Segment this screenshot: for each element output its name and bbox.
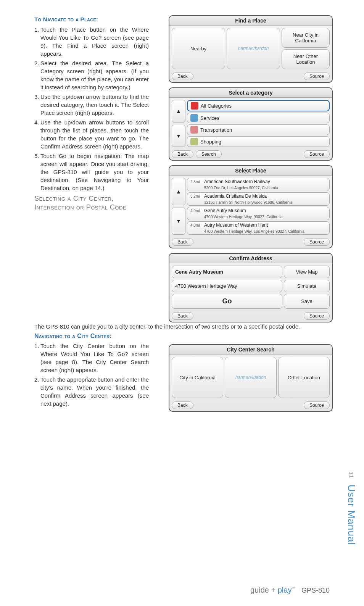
place-item[interactable]: 4.0miGene Autry Museum4700 Western Herit… [187,207,330,220]
screen-city-center-search: City Center Search City in California ha… [169,344,333,412]
category-item[interactable]: Services [187,113,330,123]
confirm-address: 4700 Western Heritage Way [172,280,282,292]
screen-find-a-place: Find a Place Nearby harman/kardon Near C… [169,15,333,83]
screen-title: City Center Search [169,345,332,355]
category-item[interactable]: Transportation [187,124,330,135]
place-address: 4700 Western Heritage Way, 90027, Califo… [190,215,282,219]
step-item: Touch the Place button on the Where Woul… [34,26,149,58]
subheading: Selecting a City Center, Intersection or… [34,194,149,212]
place-distance: 3.2mi [190,194,202,198]
back-button[interactable]: Back [172,312,193,320]
step-item: Touch the City Center button on the Wher… [34,342,149,374]
heading-city-center: Navigating to a City Center: [34,333,149,340]
place-name: Autry Museum of Western Herit [204,222,268,228]
arrow-up-button[interactable]: ▲ [172,100,185,122]
save-button[interactable]: Save [284,294,330,309]
category-label: All Categories [201,103,232,109]
page-number: 11 [348,472,354,479]
place-item[interactable]: 2.5miAmerican Southwestern Railway5200 Z… [187,178,330,191]
back-button[interactable]: Back [172,401,193,409]
place-distance: 2.5mi [190,180,202,184]
category-label: Transportation [200,127,232,133]
place-address: 5200 Zoo Dr, Los Angeles 90027, Californ… [190,186,278,190]
place-address: 4700 Western Heritage Way, Los Angeles 9… [190,229,304,234]
step-item: Use the up/down arrow buttons to scroll … [34,118,149,150]
screen-title: Select Place [169,166,332,176]
category-icon [191,102,198,110]
near-city-button[interactable]: Near City in California [282,28,330,48]
back-button[interactable]: Back [172,238,193,246]
place-item[interactable]: 3.2miAcademia Cristiana De Musica12156 H… [187,192,330,206]
arrow-down-button[interactable]: ▼ [172,208,185,235]
place-item[interactable]: 4.0miAutry Museum of Western Herit4700 W… [187,221,330,235]
screen-select-place: Select Place ▲ ▼ 2.5miAmerican Southwest… [169,165,333,248]
category-item[interactable]: Shopping [187,136,330,147]
view-map-button[interactable]: View Map [284,266,330,278]
back-button[interactable]: Back [172,150,193,158]
step-item: Use the up/down arrow buttons to find th… [34,93,149,117]
place-distance: 4.0mi [190,209,202,213]
source-button[interactable]: Source [304,150,330,158]
place-distance: 4.0mi [190,223,202,227]
confirm-name: Gene Autry Museum [172,266,282,278]
near-other-button[interactable]: Near Other Location [282,49,330,69]
step-item: Touch the appropriate button and enter t… [34,376,149,408]
search-button[interactable]: Search [196,150,222,158]
side-tab-label: User Manual [346,485,357,545]
screen-title: Select a category [169,88,332,98]
city-in-california-button[interactable]: City in California [172,357,223,398]
category-icon [190,126,198,134]
sub-body-text: The GPS-810 can guide you to a city cent… [34,322,332,330]
place-name: American Southwestern Railway [204,179,270,184]
screen-title: Find a Place [169,16,332,26]
screen-select-category: Select a category ▲ ▼ All CategoriesServ… [169,87,333,161]
source-button[interactable]: Source [304,73,330,80]
category-icon [190,114,198,122]
simulate-button[interactable]: Simulate [284,280,330,292]
screen-confirm-address: Confirm Address Gene Autry Museum View M… [169,253,333,322]
back-button[interactable]: Back [172,73,193,80]
source-button[interactable]: Source [304,238,330,246]
other-location-button[interactable]: Other Location [278,357,330,398]
step-item: Select the desired area. The Select a Ca… [34,59,149,91]
side-tab: 11 User Manual [345,472,357,545]
brand-label: harman/kardon [225,357,276,398]
go-button[interactable]: Go [172,294,282,309]
page-footer: guide + play™ GPS-810 [250,586,330,595]
steps-city-center: Touch the City Center button on the Wher… [34,342,149,408]
step-item: Touch Go to begin navigation. The map sc… [34,152,149,192]
source-button[interactable]: Source [304,312,330,320]
screen-title: Confirm Address [169,254,332,263]
brand-label: harman/kardon [227,28,280,69]
place-address: 12156 Hamlin St, North Hollywood 91606, … [190,200,292,205]
category-icon [190,138,198,145]
steps-navigate: Touch the Place button on the Where Woul… [34,26,149,192]
source-button[interactable]: Source [304,401,330,409]
category-item[interactable]: All Categories [187,100,330,111]
arrow-down-button[interactable]: ▼ [172,125,185,147]
place-name: Academia Cristiana De Musica [204,193,267,199]
place-name: Gene Autry Museum [204,208,246,213]
heading-navigate: To Navigate to a Place: [34,15,149,23]
arrow-up-button[interactable]: ▲ [172,178,185,205]
category-label: Shopping [200,139,221,145]
category-label: Services [200,115,219,121]
nearby-button[interactable]: Nearby [172,28,225,69]
